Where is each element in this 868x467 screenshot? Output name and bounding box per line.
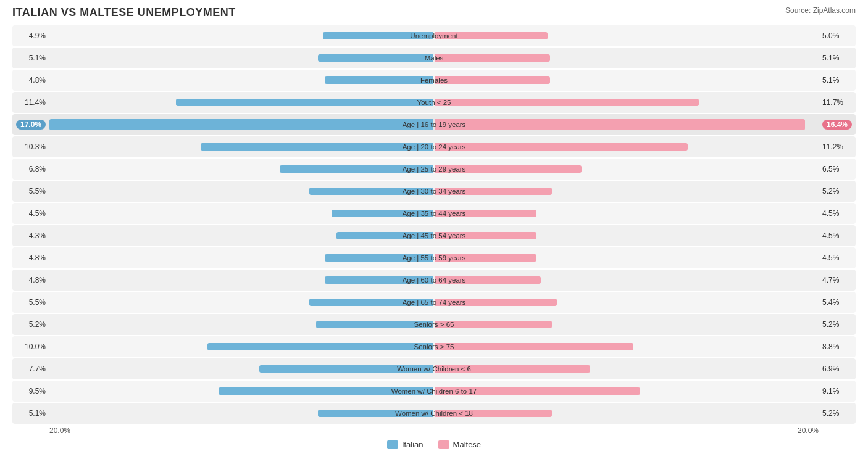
legend-maltese-box [438,440,449,449]
right-value: 5.0% [819,31,856,40]
blue-bar [259,365,433,373]
pink-bar [435,76,550,84]
bar-wrapper: Age | 35 to 44 years [49,203,819,224]
blue-bar [316,321,433,328]
bar-wrapper: Age | 55 to 59 years [49,247,819,268]
chart-row: 10.3%Age | 20 to 24 years11.2% [12,136,856,157]
pink-bar [435,343,633,350]
pink-bar [435,299,557,306]
axis-left-label: 20.0% [49,426,70,435]
pink-bar [435,387,640,395]
left-value: 4.8% [12,254,49,262]
right-value: 5.4% [819,298,856,307]
chart-row: 5.1%Women w/ Children < 185.2% [12,403,856,424]
left-value: 5.5% [12,187,49,196]
blue-bar [318,54,433,62]
legend-italian-box [387,440,398,449]
blue-bar [318,410,433,417]
left-value: 5.1% [12,409,49,418]
blue-bar [332,210,433,217]
chart-row: 4.3%Age | 45 to 54 years4.5% [12,225,856,246]
left-value: 10.0% [12,342,49,351]
left-value: 11.4% [12,98,49,107]
pink-bar [435,119,805,130]
blue-bar [207,343,433,350]
chart-row: 5.5%Age | 30 to 34 years5.2% [12,181,856,202]
legend-maltese: Maltese [438,440,482,449]
legend-italian: Italian [387,440,424,449]
right-value: 4.5% [819,209,856,218]
chart-title: ITALIAN VS MALTESE UNEMPLOYMENT [12,6,236,19]
blue-bar [309,299,433,306]
chart-row: 5.1%Males5.1% [12,48,856,68]
pink-bar [435,254,536,262]
right-value: 6.9% [819,365,856,373]
chart-area: 4.9%Unemployment5.0%5.1%Males5.1%4.8%Fem… [12,25,856,424]
bar-wrapper: Age | 30 to 34 years [49,181,819,202]
pink-bar [435,410,552,417]
legend-row: Italian Maltese [12,440,856,449]
left-value: 4.8% [12,276,49,284]
chart-row: 7.7%Women w/ Children < 66.9% [12,358,856,379]
right-value: 11.2% [819,143,856,151]
legend-maltese-label: Maltese [453,440,482,449]
pink-bar [435,165,582,173]
left-value: 4.3% [12,231,49,240]
blue-bar [176,99,433,106]
pink-bar [435,99,699,106]
blue-bar [325,254,433,262]
left-value: 17.0% [12,120,49,129]
pink-bar [435,143,688,151]
left-value: 10.3% [12,143,49,151]
right-value: 5.1% [819,54,856,62]
left-value: 5.1% [12,54,49,62]
axis-right-label: 20.0% [798,426,819,435]
bar-wrapper: Women w/ Children < 6 [49,358,819,379]
bar-wrapper: Unemployment [49,25,819,46]
pink-bar [435,276,541,284]
chart-row: 17.0%Age | 16 to 19 years16.4% [12,114,856,135]
chart-row: 11.4%Youth < 2511.7% [12,92,856,113]
axis-labels: 20.0% 20.0% [12,426,856,435]
bar-wrapper: Seniors > 65 [49,314,819,335]
right-value: 5.2% [819,187,856,196]
right-value: 16.4% [819,120,856,129]
bar-wrapper: Seniors > 75 [49,336,819,357]
left-value: 5.5% [12,298,49,307]
chart-container: ITALIAN VS MALTESE UNEMPLOYMENT Source: … [0,0,868,461]
chart-row: 4.8%Age | 60 to 64 years4.7% [12,270,856,291]
left-value: 4.8% [12,76,49,85]
chart-row: 5.2%Seniors > 655.2% [12,314,856,335]
pink-bar [435,321,552,328]
chart-row: 4.9%Unemployment5.0% [12,25,856,46]
chart-row: 4.5%Age | 35 to 44 years4.5% [12,203,856,224]
chart-row: 10.0%Seniors > 758.8% [12,336,856,357]
right-value: 5.1% [819,76,856,85]
right-value: 8.8% [819,342,856,351]
bar-wrapper: Males [49,48,819,68]
left-value: 9.5% [12,387,49,395]
left-value: 6.8% [12,165,49,173]
right-badge: 16.4% [822,120,852,130]
chart-source: Source: ZipAtlas.com [785,6,856,15]
right-value: 4.7% [819,276,856,284]
pink-bar [435,32,548,39]
bar-wrapper: Age | 20 to 24 years [49,136,819,157]
left-value: 5.2% [12,320,49,329]
bar-wrapper: Age | 65 to 74 years [49,292,819,313]
right-value: 9.1% [819,387,856,395]
chart-row: 4.8%Age | 55 to 59 years4.5% [12,247,856,268]
right-value: 6.5% [819,165,856,173]
right-value: 11.7% [819,98,856,107]
bar-wrapper: Age | 16 to 19 years [49,114,819,135]
right-value: 5.2% [819,409,856,418]
blue-bar [280,165,433,173]
blue-bar [325,76,433,84]
bar-wrapper: Age | 60 to 64 years [49,270,819,291]
chart-row: 9.5%Women w/ Children 6 to 179.1% [12,381,856,402]
left-value: 7.7% [12,365,49,373]
pink-bar [435,54,550,62]
left-value: 4.5% [12,209,49,218]
bar-wrapper: Women w/ Children < 18 [49,403,819,424]
pink-bar [435,188,552,195]
